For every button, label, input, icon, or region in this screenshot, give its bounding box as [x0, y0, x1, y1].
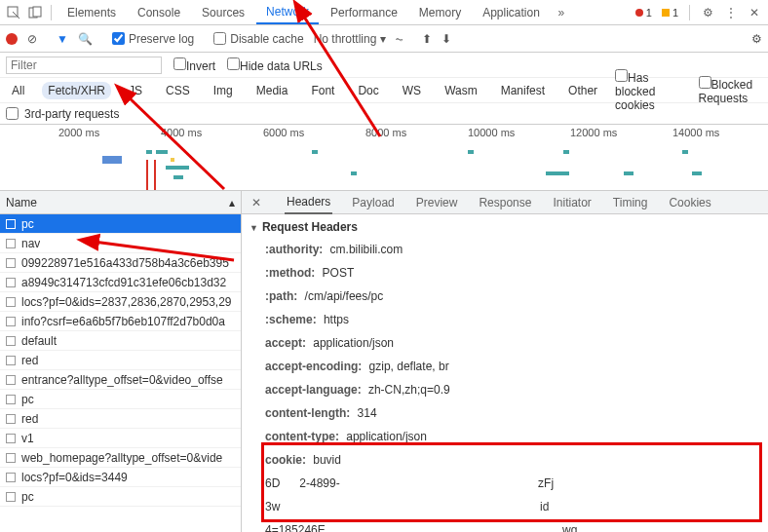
tick-4000: 4000 ms: [161, 127, 202, 138]
chevron-down-icon[interactable]: ▾: [380, 32, 386, 46]
svg-rect-2: [33, 7, 41, 17]
disable-cache-checkbox[interactable]: [213, 32, 226, 45]
header-kv: accept-encoding: gzip, deflate, br: [242, 355, 768, 378]
header-kv: :method: POST: [242, 261, 768, 285]
request-row[interactable]: web_homepage?alltype_offset=0&vide: [0, 448, 241, 468]
preserve-log-label: Preserve log: [129, 32, 194, 46]
request-row[interactable]: pc: [0, 390, 241, 409]
hide-dataurls-label: Hide data URLs: [240, 59, 323, 73]
tab-elements[interactable]: Elements: [58, 2, 126, 23]
detail-tab-timing[interactable]: Timing: [611, 192, 650, 213]
request-row[interactable]: info?csrf=e6a6b5f7b6eb107ff2d7b0d0a: [0, 312, 241, 331]
header-kv: :path: /cm/api/fees/pc: [242, 285, 768, 308]
chip-ws[interactable]: WS: [397, 82, 427, 99]
chip-doc[interactable]: Doc: [352, 82, 384, 99]
third-party-label: 3rd-party requests: [24, 107, 119, 121]
filter-input[interactable]: [6, 57, 162, 74]
chip-media[interactable]: Media: [250, 82, 294, 99]
request-row[interactable]: entrance?alltype_offset=0&video_offse: [0, 370, 241, 390]
clear-icon[interactable]: ⊘: [27, 32, 37, 46]
third-party-checkbox[interactable]: [6, 107, 19, 120]
invert-label: Invert: [186, 59, 215, 73]
tick-12000: 12000 ms: [570, 127, 617, 138]
disable-cache-label: Disable cache: [230, 32, 303, 46]
name-column-header[interactable]: Name: [6, 196, 37, 209]
detail-tab-response[interactable]: Response: [477, 192, 533, 213]
request-row[interactable]: locs?pf=0&ids=2837,2836,2870,2953,29: [0, 292, 241, 312]
tab-performance[interactable]: Performance: [321, 2, 407, 23]
download-icon[interactable]: ⬇: [442, 32, 451, 46]
request-row[interactable]: pc: [0, 487, 241, 507]
close-detail-icon[interactable]: ✕: [246, 196, 267, 209]
detail-tab-headers[interactable]: Headers: [285, 191, 332, 214]
request-row[interactable]: red: [0, 351, 241, 370]
cookie-line-2: 3w id: [242, 495, 768, 518]
tick-8000: 8000 ms: [365, 127, 406, 138]
more-tabs-icon[interactable]: »: [552, 3, 571, 22]
search-icon[interactable]: 🔍: [78, 32, 93, 46]
cookie-line-3: 4=185246E wg: [242, 518, 768, 532]
warnings-badge[interactable]: 1: [659, 6, 681, 19]
inspect-icon[interactable]: [4, 3, 23, 22]
chip-manifest[interactable]: Manifest: [495, 82, 551, 99]
tab-application[interactable]: Application: [473, 2, 550, 23]
close-icon[interactable]: ✕: [745, 3, 764, 22]
chip-js[interactable]: JS: [123, 82, 148, 99]
settings-icon[interactable]: ⚙: [751, 32, 762, 46]
detail-tab-preview[interactable]: Preview: [414, 192, 460, 213]
timeline-overview[interactable]: 2000 ms 4000 ms 6000 ms 8000 ms 10000 ms…: [0, 125, 768, 191]
tab-sources[interactable]: Sources: [192, 2, 254, 23]
device-icon[interactable]: [25, 3, 45, 22]
request-row[interactable]: v1: [0, 429, 241, 448]
request-row[interactable]: pc: [0, 214, 241, 234]
gear-icon[interactable]: ⚙: [698, 3, 717, 22]
header-kv: content-length: 314: [242, 401, 768, 425]
tab-console[interactable]: Console: [128, 2, 190, 23]
request-row[interactable]: 099228971e516a433d758b4a3c6eb395: [0, 253, 241, 273]
request-row[interactable]: locs?pf=0&ids=3449: [0, 468, 241, 487]
errors-count: 1: [646, 7, 652, 19]
request-row[interactable]: nav: [0, 234, 241, 253]
header-kv: accept: application/json: [242, 331, 768, 355]
throttle-label[interactable]: No throttling: [314, 32, 377, 46]
sort-icon[interactable]: ▴: [229, 196, 235, 209]
hide-dataurls-checkbox[interactable]: [227, 57, 240, 70]
record-icon[interactable]: [6, 33, 18, 45]
header-kv: :authority: cm.bilibili.com: [242, 238, 768, 261]
invert-checkbox[interactable]: [173, 57, 186, 70]
chip-css[interactable]: CSS: [160, 82, 196, 99]
request-headers-section[interactable]: Request Headers: [242, 214, 768, 238]
errors-badge[interactable]: 1: [633, 6, 655, 19]
request-row[interactable]: default: [0, 331, 241, 351]
header-kv: cookie: buvid: [242, 448, 768, 472]
preserve-log-checkbox[interactable]: [112, 32, 125, 45]
cookie-line-1: 6D 2-4899- zFj: [242, 472, 768, 495]
chip-all[interactable]: All: [6, 82, 30, 99]
chip-other[interactable]: Other: [562, 82, 603, 99]
detail-tab-cookies[interactable]: Cookies: [667, 192, 712, 213]
chip-wasm[interactable]: Wasm: [439, 82, 483, 99]
tick-2000: 2000 ms: [58, 127, 99, 138]
kebab-icon[interactable]: ⋮: [721, 3, 741, 22]
header-kv: content-type: application/json: [242, 425, 768, 448]
detail-tab-payload[interactable]: Payload: [350, 192, 396, 213]
request-row[interactable]: a8949c314713cfcd91c31efe06cb13d32: [0, 273, 241, 292]
tick-10000: 10000 ms: [468, 127, 515, 138]
tick-6000: 6000 ms: [263, 127, 304, 138]
tab-network[interactable]: Network: [256, 1, 319, 24]
filter-icon[interactable]: ▼: [57, 32, 68, 46]
detail-tab-initiator[interactable]: Initiator: [551, 192, 593, 213]
request-row[interactable]: red: [0, 409, 241, 429]
header-kv: :scheme: https: [242, 308, 768, 331]
tab-memory[interactable]: Memory: [409, 2, 471, 23]
chip-fetch-xhr[interactable]: Fetch/XHR: [42, 82, 111, 99]
blocked-cookies-checkbox[interactable]: [615, 69, 628, 82]
upload-icon[interactable]: ⬆: [422, 32, 432, 46]
warnings-count: 1: [672, 7, 678, 19]
blocked-requests-checkbox[interactable]: [699, 76, 711, 89]
request-list[interactable]: pcnav099228971e516a433d758b4a3c6eb395a89…: [0, 214, 241, 532]
chip-img[interactable]: Img: [208, 82, 239, 99]
wifi-icon[interactable]: ⏦: [396, 32, 403, 46]
chip-font[interactable]: Font: [305, 82, 340, 99]
tick-14000: 14000 ms: [672, 127, 719, 138]
